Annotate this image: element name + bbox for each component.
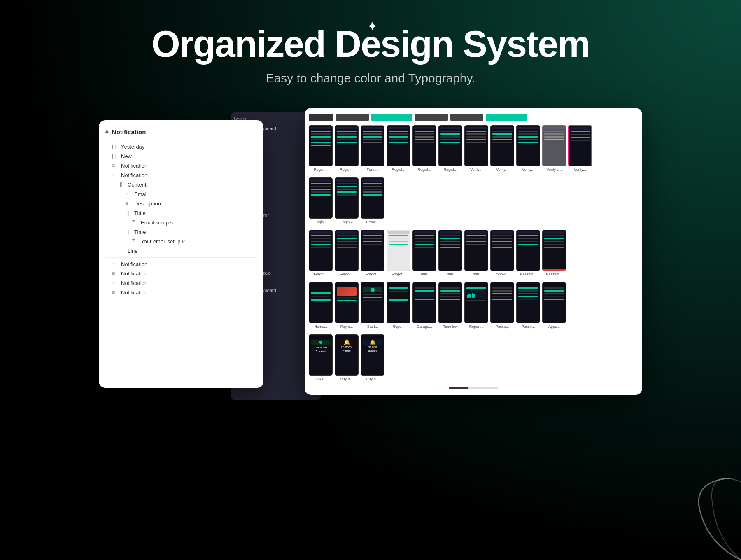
layer-label: Tittle bbox=[134, 210, 146, 216]
screen-item: Passwo... bbox=[542, 230, 566, 277]
screen-label: Forgot... bbox=[314, 272, 328, 276]
layer-item[interactable]: ||| New bbox=[105, 152, 257, 161]
screen-label: Garage... bbox=[417, 324, 432, 329]
bars-icon: ≡ bbox=[125, 191, 132, 197]
screen-item: Passp... bbox=[490, 282, 514, 329]
screen-label: Forgot... bbox=[340, 272, 354, 276]
screen-label: Apps... bbox=[548, 324, 560, 329]
panel-title: Notification bbox=[112, 128, 146, 135]
bars-icon: ≡ bbox=[112, 172, 119, 178]
screen-item: Garage... bbox=[412, 282, 436, 329]
bars-icon: ≡ bbox=[112, 271, 119, 276]
layer-item[interactable]: ≡ Description bbox=[105, 199, 257, 208]
bars-icon: ≡ bbox=[112, 261, 119, 267]
sparkle-icon: ✦ bbox=[367, 21, 376, 33]
screen-item: Paym... bbox=[335, 282, 359, 329]
screen-item: Regist... bbox=[438, 125, 462, 173]
screen-item: Reme... bbox=[361, 177, 384, 225]
screen-item: Regist... bbox=[412, 125, 436, 173]
layer-item[interactable]: ||| Content bbox=[105, 180, 257, 189]
layer-item[interactable]: T Your email setup v... bbox=[105, 237, 257, 246]
screen-item: Form... bbox=[361, 125, 384, 173]
screen-label: Report... bbox=[469, 324, 484, 329]
screen-item: Login 1 bbox=[309, 177, 333, 225]
screen-item: Regist... bbox=[335, 125, 359, 173]
layer-item[interactable]: T Email setup s... bbox=[105, 218, 257, 227]
panel-header: Notification bbox=[105, 128, 257, 135]
layer-label: Description bbox=[134, 201, 161, 207]
screen-label: Show... bbox=[496, 272, 508, 276]
bars-icon: ||| bbox=[125, 210, 132, 216]
screen-item: Forgot... bbox=[335, 230, 359, 277]
hash-icon bbox=[105, 128, 109, 135]
screen-label: Forgot... bbox=[366, 272, 380, 276]
layer-item[interactable]: ||| Time bbox=[105, 227, 257, 237]
layer-item[interactable]: ||| Yesterday bbox=[105, 142, 257, 152]
screen-item: Enter... bbox=[464, 230, 488, 277]
screen-label: Paym... bbox=[366, 377, 379, 381]
screen-item: Forgot... bbox=[361, 230, 384, 277]
layer-item[interactable]: ||| Tittle bbox=[105, 208, 257, 218]
layer-label: Email bbox=[134, 191, 148, 197]
design-canvas: Regist... bbox=[305, 108, 642, 395]
bars-icon: ≡ bbox=[112, 289, 119, 295]
layer-label: Time bbox=[134, 229, 146, 235]
screen-label: Passwo... bbox=[546, 272, 562, 276]
layer-item[interactable]: ≡ Notification bbox=[105, 269, 257, 278]
screen-label: Enter... bbox=[445, 272, 457, 276]
bars-icon: ≡ bbox=[112, 280, 119, 286]
screen-item: Start... bbox=[361, 282, 384, 329]
screen-label: Verify... bbox=[470, 168, 482, 172]
decorative-curve bbox=[659, 478, 741, 560]
screen-label: Time low bbox=[443, 324, 458, 329]
screen-label: Home... bbox=[314, 324, 327, 329]
screen-item: 🔔 No newactivity Paym... bbox=[361, 334, 384, 382]
figma-layers-panel: Notification ||| Yesterday ||| New ≡ Not… bbox=[99, 120, 263, 388]
screen-label: Form... bbox=[367, 168, 379, 172]
layer-label: Notification bbox=[121, 163, 147, 169]
layer-label: Email setup s... bbox=[141, 219, 177, 226]
bars-icon: ||| bbox=[112, 144, 119, 149]
layer-item[interactable]: ≡ Notification bbox=[105, 278, 257, 288]
layer-label: Notification bbox=[121, 280, 147, 286]
layer-label: Your email setup v... bbox=[141, 238, 189, 245]
screen-label: Start... bbox=[367, 324, 378, 329]
layer-item[interactable]: ≡ Notification bbox=[105, 259, 257, 269]
screen-label: Regist... bbox=[417, 168, 431, 172]
bars-icon: ≡ bbox=[112, 163, 119, 168]
page-subtitle: Easy to change color and Typography. bbox=[151, 71, 590, 85]
screen-label: Forgot... bbox=[391, 272, 405, 276]
screen-item: Show... bbox=[490, 230, 514, 277]
screen-item: Regist... bbox=[387, 125, 410, 173]
screen-item: Apps... bbox=[542, 282, 566, 329]
layer-label: Yesterday bbox=[121, 144, 144, 150]
layer-label: New bbox=[121, 153, 132, 159]
screen-label: Repo... bbox=[392, 324, 404, 329]
screen-label: Regist... bbox=[391, 168, 405, 172]
screen-item: Regist... bbox=[309, 125, 333, 173]
layer-item[interactable]: ≡ Notification bbox=[105, 161, 257, 170]
screen-item: 🔔 PaymentFailed Paym... bbox=[335, 334, 359, 382]
screen-label: Regist... bbox=[314, 168, 327, 172]
screen-label: Enter... bbox=[419, 272, 431, 276]
layer-item[interactable]: — Line bbox=[105, 246, 257, 256]
screen-label: Login 2 bbox=[340, 220, 353, 224]
screen-item: Verify... Zubair Ahmed bbox=[568, 125, 592, 173]
screen-label: Passp... bbox=[496, 324, 509, 329]
screen-item: Verify... bbox=[490, 125, 514, 173]
text-icon: T bbox=[132, 238, 138, 244]
layer-item[interactable]: ≡ Notification bbox=[105, 288, 257, 297]
screen-label: Verify... bbox=[522, 168, 534, 172]
layer-label: Content bbox=[128, 182, 147, 188]
layer-item[interactable]: ≡ Email bbox=[105, 189, 257, 199]
screen-item: Forgot... bbox=[309, 230, 333, 277]
screen-label: Verify... bbox=[496, 168, 508, 172]
screen-item: Verify s... bbox=[542, 125, 566, 173]
screen-item: Home... bbox=[309, 282, 333, 329]
screen-item: Forgot... bbox=[387, 230, 410, 277]
screen-item: Verify... bbox=[516, 125, 540, 173]
screen-label: Login 1 bbox=[315, 220, 327, 224]
layer-item[interactable]: ≡ Notification bbox=[105, 170, 257, 180]
minus-icon: — bbox=[119, 248, 125, 254]
screen-label: Regist... bbox=[340, 168, 353, 172]
